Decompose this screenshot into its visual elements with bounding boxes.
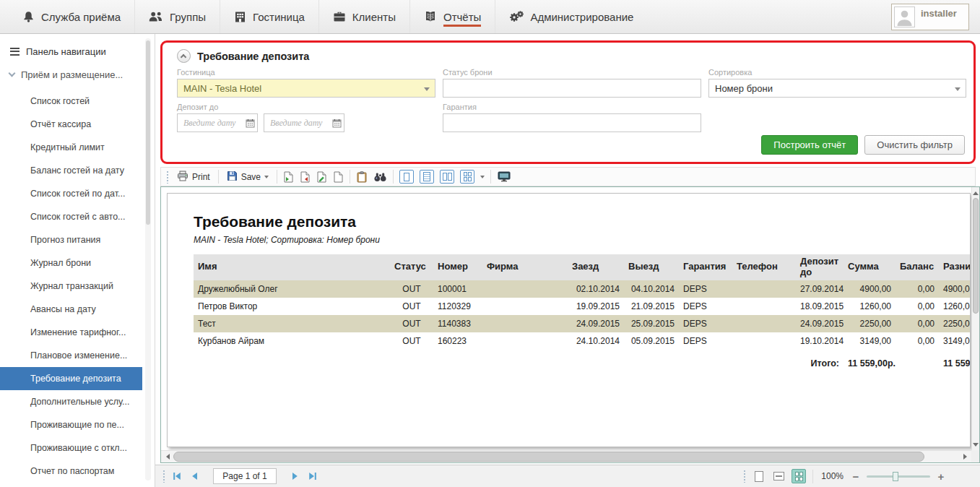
groups-icon: [149, 11, 163, 22]
sort-select[interactable]: Номер брони: [708, 79, 966, 98]
table-cell: OUT: [390, 332, 433, 350]
page-export-button[interactable]: [283, 171, 294, 184]
table-cell: 25.09.2015: [624, 315, 679, 332]
statusbar-grip: [743, 470, 746, 483]
status-field: Статус брони: [443, 68, 701, 98]
sidebar: Панель навигации Приём и размещение... С…: [0, 34, 155, 487]
fullscreen-button[interactable]: [497, 171, 511, 184]
sidebar-item[interactable]: Изменение тарифног...: [0, 321, 142, 344]
scroll-down-arrow[interactable]: [972, 440, 979, 450]
table-cell: 3149,00: [939, 332, 971, 350]
build-report-button[interactable]: Построить отчёт: [761, 135, 858, 155]
fit-page-button[interactable]: [753, 470, 766, 483]
table-row[interactable]: Дружелюбный Олег OUT 100001 02.10.2014 0…: [194, 280, 971, 298]
pager-last-button[interactable]: [306, 470, 319, 483]
print-button[interactable]: Print: [175, 169, 212, 185]
view-two-pages-button[interactable]: [440, 170, 454, 184]
status-input[interactable]: [443, 79, 701, 98]
guarantee-field: Гарантия: [443, 103, 701, 132]
dropdown-caret-icon: [955, 87, 961, 94]
zoom-slider[interactable]: [867, 475, 930, 478]
guarantee-input[interactable]: [443, 113, 701, 132]
view-multipage-button[interactable]: [460, 170, 474, 184]
view-single-page-button[interactable]: [399, 170, 414, 184]
sidebar-item[interactable]: Отчет по паспортам: [0, 460, 142, 483]
scrollbar-thumb[interactable]: [173, 452, 924, 462]
nav-administration[interactable]: Администрирование: [495, 0, 647, 33]
sidebar-item[interactable]: Дополнительные услу...: [0, 390, 142, 413]
table-row[interactable]: Петров Виктор OUT 1120329 19.09.2015 21.…: [194, 298, 971, 315]
clipboard-button[interactable]: [356, 171, 368, 184]
page-import-button[interactable]: [300, 171, 311, 184]
table-row[interactable]: Курбанов Айрам OUT 160223 24.10.2014 05.…: [194, 332, 971, 350]
sidebar-item[interactable]: Прогноз питания: [0, 228, 142, 251]
scroll-left-arrow[interactable]: [161, 451, 173, 462]
sidebar-item[interactable]: Кредитный лимит: [0, 136, 142, 159]
view-caret-icon[interactable]: [480, 176, 485, 181]
table-cell: 24.09.2015: [796, 315, 844, 332]
table-cell: [732, 298, 796, 315]
nav-panel-header[interactable]: Панель навигации: [10, 46, 155, 57]
sidebar-item[interactable]: Список гостей с авто...: [0, 205, 142, 228]
pager-next-button[interactable]: [288, 470, 301, 483]
table-cell: 19.09.2015: [568, 298, 624, 315]
collapse-panel-button[interactable]: [177, 49, 191, 63]
table-header-cell: Баланс: [896, 254, 939, 280]
scrollbar-thumb[interactable]: [973, 198, 979, 314]
table-header-row: ИмяСтатусНомерФирмаЗаездВыездГарантияТел…: [194, 254, 971, 280]
nav-hotel[interactable]: Гостиница: [220, 0, 318, 33]
find-button[interactable]: [373, 171, 387, 183]
hotel-select[interactable]: MAIN - Tesla Hotel: [177, 79, 435, 98]
table-cell: DEPS: [679, 298, 732, 315]
view-continuous-button[interactable]: [420, 170, 434, 184]
nav-clients[interactable]: Клиенты: [318, 0, 409, 33]
report-viewer: Требование депозита MAIN - Tesla Hotel; …: [160, 186, 980, 463]
section-reception[interactable]: Приём и размещение...: [9, 69, 155, 80]
multi-page-button[interactable]: [792, 469, 806, 483]
status-label: Статус брони: [443, 68, 701, 77]
nav-reception[interactable]: Служба приёма: [9, 0, 134, 33]
page-edit-button[interactable]: [316, 171, 327, 184]
zoom-in-button[interactable]: +: [937, 470, 945, 483]
zoom-slider-handle[interactable]: [893, 472, 898, 481]
scrollbar-thumb[interactable]: [146, 40, 150, 225]
clear-filter-button[interactable]: Очистить фильтр: [864, 135, 965, 155]
toolbar-separator: [490, 170, 491, 184]
calendar-icon[interactable]: [332, 118, 342, 131]
sidebar-item[interactable]: Журнал брони: [0, 251, 142, 275]
sidebar-item[interactable]: Проживающие по пе...: [0, 413, 142, 436]
report-page: Требование депозита MAIN - Tesla Hotel; …: [167, 193, 971, 447]
table-row[interactable]: Тест OUT 1140383 24.09.2015 25.09.2015 D…: [194, 315, 971, 332]
sidebar-item[interactable]: Баланс гостей на дату: [0, 159, 142, 182]
fit-width-button[interactable]: [772, 470, 785, 483]
pager-prev-button[interactable]: [188, 470, 201, 483]
sidebar-item[interactable]: Отчёт кассира: [0, 113, 142, 136]
scroll-up-arrow[interactable]: [972, 187, 979, 197]
table-header-cell: Разница: [939, 254, 971, 280]
save-button[interactable]: Save: [225, 169, 271, 185]
pager-first-button[interactable]: [170, 470, 183, 483]
nav-reports[interactable]: Отчёты: [409, 0, 495, 33]
sidebar-scrollbar[interactable]: [145, 38, 151, 480]
user-badge[interactable]: installer: [891, 4, 969, 30]
table-cell: 160223: [433, 332, 482, 350]
sidebar-item[interactable]: Список гостей: [0, 90, 142, 113]
blank-page-button[interactable]: [333, 171, 344, 184]
sidebar-item[interactable]: Список гостей по дат...: [0, 182, 142, 205]
sidebar-item[interactable]: Журнал транзакций: [0, 275, 142, 298]
zoom-out-button[interactable]: −: [851, 470, 860, 483]
sidebar-item-label: Баланс гостей на дату: [30, 165, 124, 176]
sidebar-item[interactable]: Плановое изменение...: [0, 344, 142, 367]
horizontal-scrollbar[interactable]: [161, 450, 972, 462]
table-cell: 100001: [433, 280, 482, 298]
scroll-right-arrow[interactable]: [960, 451, 972, 462]
vertical-scrollbar[interactable]: [971, 187, 979, 450]
sidebar-item[interactable]: Проживающие с откл...: [0, 436, 142, 460]
nav-groups[interactable]: Группы: [134, 0, 220, 33]
bell-icon: [22, 11, 35, 23]
status-bar: Page 1 of 1 100% − +: [155, 465, 980, 487]
sidebar-item[interactable]: Авансы на дату: [0, 298, 142, 321]
calendar-icon[interactable]: [246, 118, 255, 131]
sidebar-item[interactable]: Требование депозита: [0, 367, 142, 390]
table-cell: 1260,00: [939, 298, 971, 315]
